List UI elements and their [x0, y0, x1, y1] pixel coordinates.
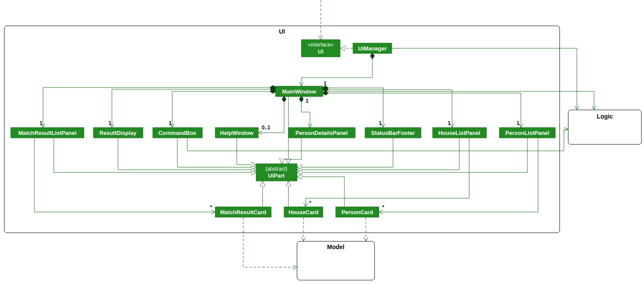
class-resultdisplay: ResultDisplay: [93, 128, 143, 138]
svg-text:CommandBox: CommandBox: [158, 130, 197, 136]
svg-text:*: *: [210, 204, 212, 210]
svg-text:1: 1: [108, 120, 111, 126]
class-mainwindow: MainWindow: [276, 86, 323, 97]
svg-text:PersonDetailsPanel: PersonDetailsPanel: [295, 130, 347, 136]
package-logic-label: Logic: [597, 113, 613, 120]
svg-text:1: 1: [40, 120, 43, 126]
class-housecard: HouseCard: [284, 207, 323, 217]
svg-text:UiManager: UiManager: [358, 45, 387, 52]
class-matchresultcard: MatchResultCard: [215, 207, 271, 217]
svg-text:HouseCard: HouseCard: [288, 209, 318, 215]
svg-text:MatchResultCard: MatchResultCard: [220, 209, 266, 215]
svg-text:PersonListPanel: PersonListPanel: [505, 130, 549, 136]
svg-text:HelpWindow: HelpWindow: [220, 130, 254, 136]
svg-text:MatchResultListPanel: MatchResultListPanel: [18, 130, 76, 136]
svg-text:1: 1: [448, 120, 451, 126]
class-ui-interface: «interface» Ui: [301, 40, 340, 57]
class-commandbox: CommandBox: [153, 128, 202, 138]
class-helpwindow: HelpWindow: [215, 128, 258, 138]
svg-text:*: *: [382, 204, 384, 210]
svg-text:«interface»: «interface»: [308, 42, 334, 48]
class-personcard: PersonCard: [336, 207, 379, 217]
class-houselistpanel: HouseListPanel: [433, 128, 486, 138]
svg-text:Ui: Ui: [318, 48, 324, 55]
package-ui-label: UI: [279, 28, 285, 35]
svg-text:UiPart: UiPart: [268, 172, 285, 179]
svg-text:0..1: 0..1: [262, 125, 270, 131]
class-uipart: {abstract} UiPart: [256, 164, 297, 181]
svg-text:PersonCard: PersonCard: [341, 209, 373, 215]
svg-text:1: 1: [324, 81, 327, 87]
svg-text:ResultDisplay: ResultDisplay: [99, 130, 137, 136]
uml-class-diagram: UI Logic Model «interface» Ui UiManager …: [0, 0, 644, 284]
svg-text:1: 1: [306, 98, 309, 104]
class-statusbarfooter: StatusBarFooter: [365, 128, 421, 138]
class-persondetailspanel: PersonDetailsPanel: [288, 128, 355, 138]
svg-text:1: 1: [379, 120, 382, 126]
svg-text:MainWindow: MainWindow: [282, 88, 316, 95]
svg-text:*: *: [309, 200, 311, 206]
class-uimanager: UiManager: [353, 43, 392, 53]
svg-text:{abstract}: {abstract}: [266, 166, 288, 172]
svg-text:1: 1: [169, 120, 172, 126]
svg-text:1: 1: [517, 120, 520, 126]
class-matchresultlistpanel: MatchResultListPanel: [11, 128, 84, 138]
svg-text:StatusBarFooter: StatusBarFooter: [371, 130, 415, 136]
class-personlistpanel: PersonListPanel: [499, 128, 555, 138]
svg-text:HouseListPanel: HouseListPanel: [438, 130, 480, 136]
package-model-label: Model: [327, 243, 344, 250]
